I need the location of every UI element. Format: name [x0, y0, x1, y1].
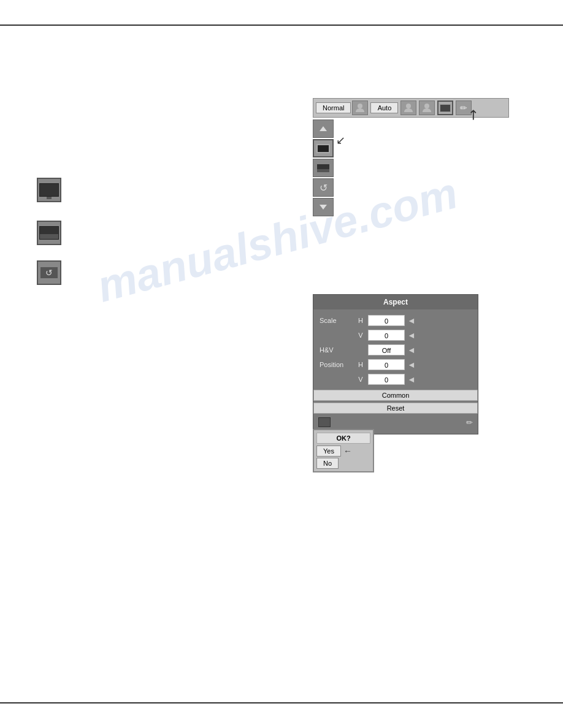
- aspect-position-h-value: 0: [368, 359, 405, 370]
- left-icon-refresh: ↺: [37, 260, 61, 285]
- confirm-dialog: OK? Yes ← No: [313, 429, 374, 472]
- aspect-hv-value: Off: [368, 344, 405, 355]
- svg-point-2: [424, 104, 429, 108]
- watermark: manualshive.com: [92, 167, 463, 312]
- toolbar-auto-label: Auto: [370, 102, 398, 113]
- nav-screen1-button[interactable]: [313, 139, 334, 157]
- aspect-position-v-left-arrow[interactable]: ◄: [407, 374, 416, 384]
- top-border: [0, 25, 563, 26]
- nav-up-button[interactable]: [313, 119, 334, 138]
- aspect-title: Aspect: [313, 295, 478, 309]
- bottom-border: [0, 702, 563, 703]
- nav-refresh-icon: ↺: [320, 182, 327, 194]
- nav-screen2-icon: [316, 164, 330, 173]
- nav-screen2-button[interactable]: [313, 159, 334, 177]
- confirm-arrow-icon: ←: [343, 446, 352, 456]
- svg-point-0: [358, 104, 362, 108]
- svg-marker-3: [320, 126, 327, 131]
- up-arrow-icon: [319, 126, 327, 132]
- aspect-bottom-row: ✏: [313, 415, 478, 429]
- toolbar-icon-screen[interactable]: [437, 100, 453, 115]
- refresh-symbol: ↺: [45, 268, 53, 278]
- aspect-position-h-left-arrow[interactable]: ◄: [407, 360, 416, 370]
- person3-icon: [421, 102, 432, 113]
- toolbar-normal-label: Normal: [316, 102, 351, 113]
- aspect-scale-h-value: 0: [368, 315, 405, 326]
- reset-button[interactable]: Reset: [313, 403, 478, 414]
- common-button[interactable]: Common: [313, 390, 478, 401]
- svg-point-1: [406, 104, 411, 108]
- nav-arrow-indicator: ↙: [336, 134, 345, 147]
- nav-refresh-button[interactable]: ↺: [313, 178, 334, 197]
- left-icon-full-screen: [37, 178, 61, 202]
- aspect-panel: Aspect Scale H 0 ◄ V 0 ◄ H&V Off ◄ Posit…: [313, 294, 478, 434]
- aspect-scale-label: Scale: [320, 317, 353, 324]
- common-btn-container: Common: [313, 390, 478, 401]
- aspect-position-v-value: 0: [368, 374, 405, 385]
- aspect-position-h-label: H: [356, 361, 366, 368]
- nav-down-button[interactable]: [313, 198, 334, 216]
- screen-full-inner: [39, 183, 59, 197]
- confirm-yes-button[interactable]: Yes: [316, 446, 341, 457]
- aspect-row-scale-v: V 0 ◄: [313, 328, 478, 343]
- aspect-hv-left-arrow[interactable]: ◄: [407, 345, 416, 355]
- aspect-row-position-h: Position H 0 ◄: [313, 357, 478, 372]
- nav-screen1-icon: [316, 144, 330, 153]
- aspect-scale-v-label: V: [356, 332, 366, 339]
- aspect-row-scale-h: Scale H 0 ◄: [313, 313, 478, 328]
- aspect-pen-icon: ✏: [466, 418, 473, 427]
- aspect-row-hv: H&V Off ◄: [313, 343, 478, 357]
- left-icon-lower-screen: [37, 221, 61, 245]
- reset-btn-container: Reset: [313, 403, 478, 414]
- confirm-ok-label: OK?: [316, 433, 370, 444]
- svg-marker-4: [320, 205, 327, 210]
- side-nav: ↺: [313, 119, 335, 216]
- confirm-no-button[interactable]: No: [316, 458, 339, 469]
- toolbar-icon-person1[interactable]: [352, 100, 368, 115]
- aspect-hv-label: H&V: [320, 346, 353, 354]
- aspect-position-label: Position: [320, 361, 353, 368]
- aspect-row-position-v: V 0 ◄: [313, 372, 478, 387]
- aspect-position-v-label: V: [356, 376, 366, 383]
- aspect-scale-v-left-arrow[interactable]: ◄: [407, 330, 416, 340]
- down-arrow-icon: [319, 204, 327, 210]
- person2-icon: [403, 102, 414, 113]
- confirm-yes-row: Yes ←: [316, 446, 370, 457]
- screen-icon: [440, 104, 451, 112]
- aspect-scale-v-value: 0: [368, 330, 405, 341]
- person-icon: [354, 102, 366, 113]
- toolbar-icon-person2[interactable]: [400, 100, 416, 115]
- confirm-no-row: No: [316, 458, 370, 469]
- aspect-scale-h-left-arrow[interactable]: ◄: [407, 316, 416, 325]
- aspect-scale-h-label: H: [356, 317, 366, 324]
- toolbar-icon-person3[interactable]: [419, 100, 435, 115]
- aspect-small-icon: [318, 417, 331, 427]
